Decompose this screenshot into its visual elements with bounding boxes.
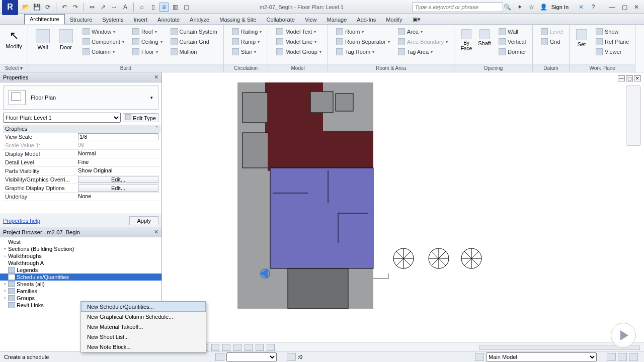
vertical-button[interactable]: Vertical bbox=[496, 37, 529, 46]
tag-room-button[interactable]: Tag Room bbox=[333, 47, 393, 56]
ceiling-button[interactable]: Ceiling bbox=[129, 37, 166, 46]
nav-bar[interactable] bbox=[626, 85, 641, 146]
reveal-icon[interactable] bbox=[267, 344, 275, 351]
min-view-icon[interactable]: — bbox=[618, 75, 625, 81]
measure-icon[interactable]: ⇔ bbox=[88, 3, 97, 12]
workset-select[interactable] bbox=[226, 352, 277, 361]
maximize-icon[interactable]: ▢ bbox=[619, 3, 630, 12]
stair-button[interactable]: Stair bbox=[229, 47, 265, 56]
crop-icon[interactable] bbox=[222, 344, 230, 351]
temp-hide-icon[interactable] bbox=[256, 344, 264, 351]
model-text-button[interactable]: Model Text bbox=[273, 27, 325, 36]
edit-button[interactable]: Edit... bbox=[78, 185, 158, 192]
grid-button[interactable]: Grid bbox=[538, 37, 566, 46]
menu-new-graphical-column-schedule-[interactable]: New Graphical Column Schedule... bbox=[81, 312, 206, 322]
tree-sheets-all-[interactable]: +Sheets (all) bbox=[0, 281, 162, 288]
section-icon[interactable]: ▯ bbox=[148, 3, 157, 12]
modify-tool[interactable]: ↖Modify bbox=[3, 27, 25, 49]
sync-icon[interactable]: ⟳ bbox=[43, 3, 52, 12]
tab-annotate[interactable]: Annotate bbox=[152, 15, 185, 25]
play-overlay-icon[interactable] bbox=[611, 323, 636, 348]
show-button[interactable]: Show bbox=[593, 27, 632, 36]
curtain-system-button[interactable]: Curtain System bbox=[168, 27, 220, 36]
minimize-icon[interactable]: — bbox=[607, 3, 618, 12]
model-group-button[interactable]: Model Group bbox=[273, 47, 325, 56]
key-icon[interactable]: ✦ bbox=[515, 3, 524, 12]
edit-type-button[interactable]: Edit Type bbox=[123, 113, 158, 122]
3d-icon[interactable]: ⌂ bbox=[137, 3, 146, 12]
filter-icon[interactable] bbox=[607, 353, 616, 361]
app-icon[interactable]: R bbox=[2, 0, 18, 15]
save-icon[interactable]: 💾 bbox=[32, 3, 41, 12]
tab-manage[interactable]: Manage bbox=[322, 15, 352, 25]
byface-button[interactable]: By Face bbox=[457, 27, 475, 51]
tab-insert[interactable]: Insert bbox=[129, 15, 153, 25]
tab-systems[interactable]: Systems bbox=[97, 15, 128, 25]
collapse-icon[interactable]: ⌃ bbox=[155, 126, 158, 132]
roof-button[interactable]: Roof bbox=[129, 27, 166, 36]
curtain-grid-button[interactable]: Curtain Grid bbox=[168, 37, 220, 46]
menu-new-schedule-quantities-[interactable]: New Schedule/Quantities... bbox=[81, 302, 206, 312]
close-views-icon[interactable]: ▥ bbox=[171, 3, 180, 12]
tab-add-ins[interactable]: Add-Ins bbox=[352, 15, 381, 25]
tree-west[interactable]: West bbox=[0, 238, 162, 245]
menu-new-material-takeoff-[interactable]: New Material Takeoff... bbox=[81, 322, 206, 332]
undo-icon[interactable]: ↶ bbox=[60, 3, 69, 12]
window-button[interactable]: Window bbox=[79, 27, 127, 36]
worksets-icon[interactable] bbox=[215, 353, 224, 361]
mullion-button[interactable]: Mullion bbox=[168, 47, 220, 56]
set-workplane-button[interactable]: Set bbox=[573, 27, 591, 47]
room-button[interactable]: Room bbox=[333, 27, 393, 36]
align-icon[interactable]: ↗ bbox=[99, 3, 108, 12]
apply-button[interactable]: Apply bbox=[129, 216, 158, 225]
component-button[interactable]: Component bbox=[79, 37, 127, 46]
tag-area-button[interactable]: Tag Area bbox=[395, 47, 451, 56]
drawing-canvas[interactable]: — ▢ ✕ bbox=[162, 72, 644, 351]
tree-sections-building-section-[interactable]: +Sections (Building Section) bbox=[0, 245, 162, 252]
design-option-select[interactable]: Main Model bbox=[486, 352, 597, 361]
menu-new-sheet-list-[interactable]: New Sheet List... bbox=[81, 332, 206, 342]
redo-icon[interactable]: ↷ bbox=[71, 3, 80, 12]
viewer-button[interactable]: Viewer bbox=[593, 47, 632, 56]
wall-button[interactable]: Wall bbox=[496, 27, 529, 36]
menu-new-note-block-[interactable]: New Note Block... bbox=[81, 342, 206, 352]
tab-massing-site[interactable]: Massing & Site bbox=[214, 15, 261, 25]
room-separator-button[interactable]: Room Separator bbox=[333, 37, 393, 46]
door-button[interactable]: Door bbox=[54, 27, 77, 50]
area-button[interactable]: Area bbox=[395, 27, 451, 36]
tree-walkthroughs[interactable]: −Walkthroughs bbox=[0, 252, 162, 259]
user-icon[interactable]: 👤 bbox=[539, 3, 548, 12]
exchange-icon[interactable]: ✕ bbox=[577, 3, 586, 12]
shaft-button[interactable]: Shaft bbox=[475, 27, 494, 46]
close-icon[interactable]: ✕ bbox=[631, 3, 642, 12]
dormer-button[interactable]: Dormer bbox=[496, 47, 529, 56]
wall-button[interactable]: Wall bbox=[31, 27, 54, 50]
select-pinned-icon[interactable] bbox=[629, 353, 638, 361]
text-icon[interactable]: A bbox=[121, 3, 130, 12]
tree-legends[interactable]: Legends bbox=[0, 266, 162, 274]
browser-close-icon[interactable]: ✕ bbox=[154, 229, 158, 235]
properties-help-link[interactable]: Properties help bbox=[3, 218, 40, 224]
tab-structure[interactable]: Structure bbox=[65, 15, 98, 25]
close-view-icon[interactable]: ✕ bbox=[634, 75, 641, 81]
tree-families[interactable]: +Families bbox=[0, 288, 162, 295]
edit-button[interactable]: Edit... bbox=[78, 176, 158, 183]
tab-view[interactable]: View bbox=[300, 15, 322, 25]
tab-architecture[interactable]: Architecture bbox=[24, 14, 65, 25]
tree-schedules-quantities[interactable]: Schedules/Quantities bbox=[0, 274, 162, 281]
railing-button[interactable]: Railing bbox=[229, 27, 265, 36]
lock-icon[interactable] bbox=[245, 344, 253, 351]
ribbon-expand-icon[interactable]: ▣▾ bbox=[408, 15, 426, 25]
design-options-icon[interactable] bbox=[475, 353, 484, 361]
column-button[interactable]: Column bbox=[79, 47, 127, 56]
instance-name-select[interactable]: Floor Plan: Level 1 bbox=[3, 113, 121, 123]
thin-lines-icon[interactable]: ≡ bbox=[159, 3, 169, 12]
select-panel-title[interactable]: Select ▾ bbox=[0, 64, 28, 72]
sign-in-link[interactable]: Sign In bbox=[551, 4, 569, 10]
tab-modify[interactable]: Modify bbox=[381, 15, 407, 25]
properties-close-icon[interactable]: ✕ bbox=[154, 74, 158, 80]
ref-plane-button[interactable]: Ref Plane bbox=[593, 37, 632, 46]
tree-groups[interactable]: +Groups bbox=[0, 295, 162, 302]
prop-input[interactable] bbox=[78, 133, 158, 140]
dim-icon[interactable]: ↔ bbox=[110, 3, 119, 12]
